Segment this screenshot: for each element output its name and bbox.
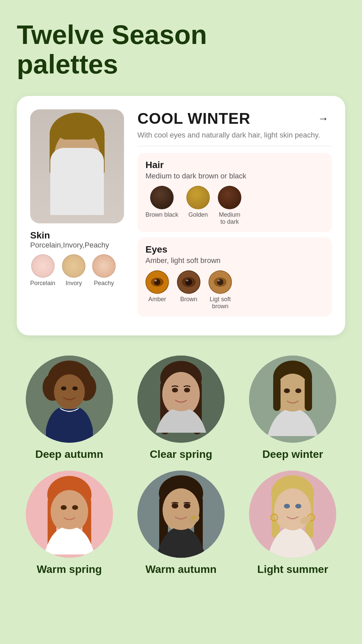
golden-label: Golden xyxy=(188,211,208,218)
swatch-brown-black: Brown black xyxy=(145,186,178,218)
amber-eye-svg xyxy=(146,270,168,294)
person-silhouette xyxy=(30,109,124,223)
cool-winter-card: Skin Porcelain,Invory,Peachy Porcelain I… xyxy=(17,96,345,335)
svg-point-43 xyxy=(295,388,301,393)
medium-dark-label: Mediumto dark xyxy=(219,211,240,225)
soft-brown-eye-svg xyxy=(209,270,231,294)
season-item-warm-autumn[interactable]: Warm autumn xyxy=(128,471,233,576)
eyes-subtitle: Amber, light soft brown xyxy=(145,256,324,265)
amber-label: Amber xyxy=(148,296,166,303)
deep-winter-label: Deep winter xyxy=(262,448,323,461)
season-description: With cool eyes and naturally dark hair, … xyxy=(137,130,332,141)
svg-point-48 xyxy=(51,490,88,533)
svg-point-7 xyxy=(52,162,57,167)
season-grid: Deep autumn xyxy=(17,356,345,576)
svg-point-49 xyxy=(61,505,67,510)
light-summer-label: Light summer xyxy=(257,563,328,576)
swatch-peachy: Peachy xyxy=(92,254,116,287)
svg-point-5 xyxy=(65,149,72,154)
season-item-deep-autumn[interactable]: Deep autumn xyxy=(17,356,122,461)
person-photo xyxy=(30,109,124,223)
brown-eye-swatch xyxy=(177,270,200,294)
ivory-swatch xyxy=(62,254,85,278)
svg-point-64 xyxy=(274,488,311,532)
season-item-warm-spring[interactable]: Warm spring xyxy=(17,471,122,576)
svg-point-42 xyxy=(284,388,290,393)
ivory-label: Invory xyxy=(66,280,82,287)
medium-dark-swatch xyxy=(218,186,241,209)
eyes-title: Eyes xyxy=(145,244,324,255)
deep-autumn-label: Deep autumn xyxy=(35,448,103,461)
swatch-medium-dark: Mediumto dark xyxy=(218,186,241,225)
svg-point-66 xyxy=(295,504,301,508)
avatar-warm-autumn xyxy=(137,471,225,558)
porcelain-swatch xyxy=(31,254,55,278)
svg-point-34 xyxy=(162,372,200,416)
brown-black-label: Brown black xyxy=(145,211,178,218)
avatar-light-summer xyxy=(249,471,336,558)
swatch-eye-brown: Brown xyxy=(177,270,200,303)
warm-spring-label: Warm spring xyxy=(37,563,102,576)
page-title: Twelve Season palettes xyxy=(17,20,345,79)
svg-rect-3 xyxy=(96,135,105,175)
swatch-amber: Amber xyxy=(145,270,169,303)
brown-black-swatch xyxy=(150,186,174,209)
divider xyxy=(137,146,332,146)
avatar-deep-autumn xyxy=(26,356,113,443)
skin-swatches: Porcelain Invory Peachy xyxy=(30,254,124,287)
svg-point-26 xyxy=(54,374,85,409)
deep-winter-svg xyxy=(249,356,336,443)
svg-point-28 xyxy=(72,386,78,390)
svg-rect-2 xyxy=(50,135,58,175)
svg-point-20 xyxy=(218,279,220,281)
hair-swatches: Brown black Golden Mediumto dark xyxy=(145,186,324,225)
svg-point-56 xyxy=(172,503,178,508)
svg-point-12 xyxy=(155,279,157,281)
season-item-light-summer[interactable]: Light summer xyxy=(240,471,345,576)
season-item-clear-spring[interactable]: Clear spring xyxy=(128,356,233,461)
svg-point-8 xyxy=(97,162,103,167)
svg-point-35 xyxy=(172,388,178,392)
porcelain-label: Porcelain xyxy=(30,280,55,287)
season-title: COOL WINTER xyxy=(137,109,250,127)
skin-section: Skin Porcelain,Invory,Peachy Porcelain I… xyxy=(30,230,124,287)
swatch-soft-brown: Ligt softbrown xyxy=(208,270,232,310)
avatar-clear-spring xyxy=(137,356,225,443)
hair-title: Hair xyxy=(145,160,324,170)
golden-swatch xyxy=(186,186,210,209)
soft-brown-label: Ligt softbrown xyxy=(209,296,231,310)
skin-sublabel: Porcelain,Invory,Peachy xyxy=(30,241,124,250)
avatar-warm-spring xyxy=(26,471,113,558)
peachy-swatch xyxy=(92,254,116,278)
svg-point-16 xyxy=(186,279,189,281)
amber-swatch xyxy=(145,270,169,294)
clear-spring-label: Clear spring xyxy=(150,448,213,461)
svg-rect-40 xyxy=(273,377,281,411)
photo-section: Skin Porcelain,Invory,Peachy Porcelain I… xyxy=(30,109,124,322)
svg-point-6 xyxy=(82,149,89,154)
season-arrow-button[interactable]: → xyxy=(314,110,332,127)
warm-autumn-svg xyxy=(137,471,225,558)
warm-autumn-label: Warm autumn xyxy=(145,563,217,576)
swatch-porcelain: Porcelain xyxy=(30,254,55,287)
svg-point-15 xyxy=(185,278,192,285)
svg-point-36 xyxy=(184,388,190,392)
warm-spring-svg xyxy=(26,471,113,558)
hair-subtitle: Medium to dark brown or black xyxy=(145,172,324,180)
swatch-ivory: Invory xyxy=(62,254,85,287)
hair-overlay xyxy=(59,113,96,140)
eye-swatches: Amber Brown xyxy=(145,270,324,310)
hair-box: Hair Medium to dark brown or black Brown… xyxy=(137,153,332,232)
season-item-deep-winter[interactable]: Deep winter xyxy=(240,356,345,461)
svg-point-27 xyxy=(61,386,66,390)
peachy-label: Peachy xyxy=(94,280,114,287)
brown-eye-svg xyxy=(178,270,200,294)
svg-point-57 xyxy=(184,503,190,508)
swatch-golden: Golden xyxy=(186,186,210,218)
card-info: COOL WINTER → With cool eyes and natural… xyxy=(137,109,332,322)
soft-brown-swatch xyxy=(208,270,232,294)
eye-brown-label: Brown xyxy=(180,296,197,303)
deep-autumn-svg xyxy=(26,356,113,443)
eyes-box: Eyes Amber, light soft brown Amber xyxy=(137,237,332,317)
light-summer-svg xyxy=(249,471,336,558)
